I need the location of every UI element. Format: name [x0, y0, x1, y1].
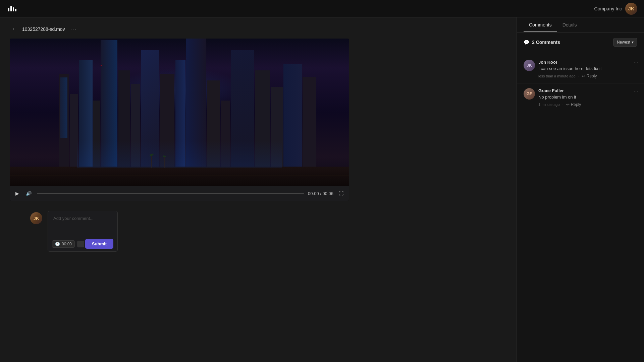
- options-dots-icon-2: ···: [634, 88, 639, 94]
- comment-options-2[interactable]: ···: [634, 88, 639, 94]
- sort-dropdown[interactable]: Newest ▾: [613, 38, 637, 47]
- comment-body-1: Jon Kool I can see an issue here, lets f…: [538, 60, 637, 78]
- comment-options-1[interactable]: ···: [634, 60, 639, 65]
- avatar-grace-image: GF: [524, 88, 535, 100]
- comments-count-text: 2 Comments: [532, 40, 560, 45]
- commenter-initials: JK: [34, 216, 39, 221]
- comments-list: JK Jon Kool I can see an issue here, let…: [517, 52, 644, 362]
- reply-button-2[interactable]: ↩ Reply: [566, 102, 581, 107]
- nav-right: Company Inc JK: [594, 3, 637, 15]
- comment-author-row-2: GF Grace Fuller No problem im on it 1 mi…: [524, 88, 637, 107]
- video-area: ← 1032527288-sd.mov ···: [0, 17, 517, 362]
- progress-bar[interactable]: [37, 193, 304, 194]
- comment-item-1: JK Jon Kool I can see an issue here, let…: [517, 55, 644, 83]
- comment-author-2: Grace Fuller: [538, 88, 637, 93]
- sort-label: Newest: [617, 40, 630, 45]
- reply-icon-1: ↩: [582, 74, 585, 78]
- file-name-label: 1032527288-sd.mov: [22, 26, 65, 32]
- more-dots-icon: ···: [70, 26, 77, 32]
- tab-comments[interactable]: Comments: [524, 17, 557, 32]
- logo-bar-3: [13, 7, 14, 11]
- more-options-button[interactable]: ···: [68, 25, 79, 33]
- comment-item-2: GF Grace Fuller No problem im on it 1 mi…: [517, 83, 644, 112]
- chevron-down-icon: ▾: [632, 40, 634, 45]
- video-thumbnail-scene: [10, 39, 349, 186]
- avatar-initials: JK: [628, 6, 634, 11]
- comment-textarea[interactable]: [48, 211, 117, 235]
- tab-comments-label: Comments: [529, 22, 552, 27]
- play-icon: ▶: [15, 191, 19, 196]
- tab-details[interactable]: Details: [557, 17, 582, 32]
- back-button[interactable]: ←: [10, 24, 19, 34]
- tab-details-label: Details: [562, 22, 577, 27]
- nav-left: [7, 3, 17, 14]
- separator-dot-1: ·: [578, 74, 579, 78]
- video-controls: ▶ 🔊 00:00 / 00:06 ⛶: [10, 186, 349, 201]
- comment-author-1: Jon Kool: [538, 60, 637, 65]
- user-avatar[interactable]: JK: [625, 3, 637, 15]
- video-header: ← 1032527288-sd.mov ···: [10, 24, 506, 34]
- avatar-jon-image: JK: [524, 60, 535, 71]
- comment-meta: 🕐 00:00: [52, 240, 84, 248]
- comment-time-1: less than a minute ago: [538, 74, 576, 78]
- comment-avatar-grace: GF: [524, 88, 535, 100]
- comments-header: 💬 2 Comments Newest ▾: [517, 33, 644, 52]
- avatar-image: JK: [625, 3, 637, 15]
- comment-avatar-jon: JK: [524, 60, 535, 71]
- commenter-avatar-image: JK: [30, 212, 42, 224]
- company-name-label: Company Inc: [594, 6, 622, 11]
- video-frame[interactable]: [10, 39, 349, 186]
- reply-label-1: Reply: [587, 74, 597, 78]
- reply-icon-2: ↩: [566, 102, 570, 107]
- separator-dot-2: ·: [562, 103, 564, 107]
- back-arrow-icon: ←: [11, 25, 17, 33]
- comment-bottom-bar: 🕐 00:00 Submit: [48, 236, 117, 251]
- comment-text-2: No problem im on it: [538, 94, 637, 100]
- play-button[interactable]: ▶: [14, 189, 20, 197]
- logo-bars-icon: [8, 6, 16, 11]
- video-player: ▶ 🔊 00:00 / 00:06 ⛶: [10, 39, 349, 201]
- road: [10, 167, 349, 186]
- right-panel: Comments Details 💬 2 Comments Newest ▾: [517, 17, 644, 362]
- logo-bar-1: [8, 8, 9, 11]
- reply-label-2: Reply: [571, 102, 581, 107]
- top-nav: Company Inc JK: [0, 0, 644, 17]
- volume-icon: 🔊: [26, 191, 32, 196]
- timestamp-value: 00:00: [62, 242, 72, 246]
- clock-icon: 🕐: [55, 242, 60, 246]
- submit-comment-button[interactable]: Submit: [85, 239, 113, 249]
- logo-bar-2: [10, 6, 12, 11]
- comment-author-row-1: JK Jon Kool I can see an issue here, let…: [524, 60, 637, 78]
- reply-button-1[interactable]: ↩ Reply: [582, 74, 597, 78]
- submit-label: Submit: [92, 241, 107, 246]
- volume-button[interactable]: 🔊: [24, 189, 33, 197]
- comment-body-2: Grace Fuller No problem im on it 1 minut…: [538, 88, 637, 107]
- comment-time-2: 1 minute ago: [538, 103, 560, 107]
- options-dots-icon-1: ···: [634, 60, 639, 65]
- fullscreen-icon: ⛶: [339, 191, 343, 196]
- comment-box: 🕐 00:00 Submit: [48, 211, 118, 252]
- logo-bar-4: [15, 9, 16, 11]
- building-1: [59, 74, 69, 168]
- color-tag[interactable]: [77, 241, 84, 247]
- fullscreen-button[interactable]: ⛶: [337, 189, 345, 197]
- comments-count-label: 💬 2 Comments: [524, 40, 560, 45]
- comment-footer-1: less than a minute ago · ↩ Reply: [538, 74, 637, 78]
- time-display: 00:00 / 00:06: [308, 191, 333, 196]
- comments-icon: 💬: [524, 40, 529, 45]
- timestamp-tag[interactable]: 🕐 00:00: [52, 240, 75, 248]
- building-1-windows: [60, 77, 67, 138]
- comment-input-area: JK 🕐 00:00 Submit: [30, 211, 118, 252]
- panel-tabs: Comments Details: [517, 17, 644, 33]
- app-logo[interactable]: [7, 3, 17, 14]
- comment-text-1: I can see an issue here, lets fix it: [538, 66, 637, 72]
- comment-footer-2: 1 minute ago · ↩ Reply: [538, 102, 637, 107]
- commenter-avatar: JK: [30, 212, 42, 224]
- main-content: ← 1032527288-sd.mov ···: [0, 17, 644, 362]
